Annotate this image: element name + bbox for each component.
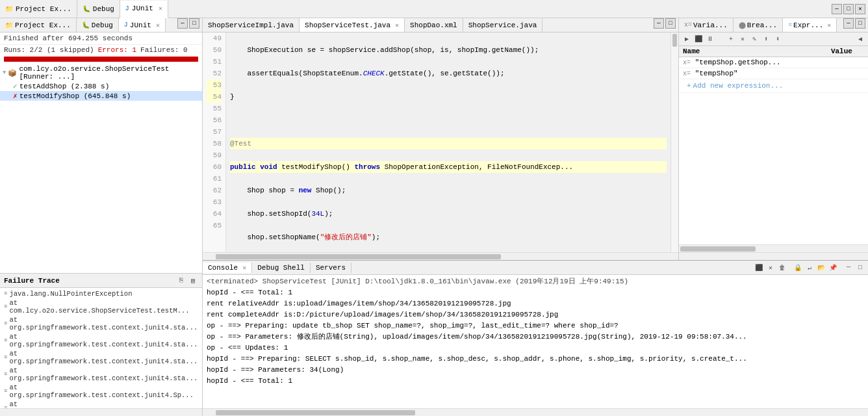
- expr-remove-button[interactable]: ✕: [737, 34, 748, 44]
- close-button[interactable]: ✕: [855, 4, 865, 14]
- failure-line-3[interactable]: ≡ at org.springframework.test.context.ju…: [3, 332, 199, 349]
- add-expression-button[interactable]: + Add new expression...: [683, 81, 864, 91]
- variables-label: Varia...: [693, 21, 728, 29]
- expr-add-button[interactable]: +: [726, 34, 736, 44]
- expressions-hscroll[interactable]: [679, 244, 868, 252]
- expr-row-0[interactable]: x= "tempShop.getShop...: [679, 57, 868, 68]
- code-tab-shopservicetest[interactable]: ShopServiceTest.java ✕: [300, 18, 405, 32]
- code-tab-shopdao[interactable]: ShopDao.xml: [405, 18, 463, 32]
- failure-line-0[interactable]: ≡ java.lang.NullPointerException: [3, 289, 199, 298]
- console-scroll-lock-button[interactable]: 🔒: [793, 263, 803, 273]
- failure-line-1[interactable]: ≡ at com.lcy.o2o.service.ShopServiceTest…: [3, 298, 199, 315]
- add-expression-row[interactable]: + Add new expression...: [679, 79, 868, 93]
- console-hscrollbar[interactable]: [203, 408, 868, 416]
- console-minimize[interactable]: ─: [843, 263, 854, 273]
- tab-debug[interactable]: 🐛 Debug: [77, 0, 120, 18]
- failure-icons: ⎘ ▤: [176, 276, 198, 286]
- code-hscrollbar[interactable]: [203, 252, 678, 260]
- left-junit-icon: J: [124, 21, 128, 29]
- expr-row-1[interactable]: x= "tempShop": [679, 68, 868, 79]
- right-tab-breakpoints[interactable]: ⬤ Brea...: [734, 18, 783, 32]
- left-tab-debug[interactable]: 🐛 Debug: [77, 18, 119, 32]
- failure-line-2[interactable]: ≡ at org.springframework.test.context.ju…: [3, 315, 199, 332]
- right-tab-close[interactable]: ✕: [827, 21, 831, 29]
- code-tab-shopservice[interactable]: ShopService.java: [463, 18, 543, 32]
- left-minimize[interactable]: ─: [177, 18, 188, 29]
- left-panel: 📁 Project Ex... 🐛 Debug J JUnit ✕ ─ □ Fi…: [0, 18, 203, 416]
- expr-down-button[interactable]: ⬇: [772, 34, 783, 44]
- debug-shell-label: Debug Shell: [257, 264, 305, 272]
- expressions-vscroll[interactable]: [679, 252, 868, 260]
- stack-icon-3: ≡: [4, 337, 7, 344]
- code-minimize[interactable]: ─: [654, 18, 664, 29]
- failure-text-6: at org.springframework.test.context.juni…: [9, 384, 198, 399]
- failure-line-7[interactable]: ≡ at org.springframework.test.context.ju…: [3, 400, 199, 408]
- code-tab-label-test: ShopServiceTest.java: [305, 21, 390, 29]
- console-tab-console[interactable]: Console ✕: [203, 263, 252, 273]
- code-tab-shopserviceimpl[interactable]: ShopServiceImpl.java: [203, 18, 300, 32]
- expressions-label: Expr...: [793, 21, 823, 29]
- copy-trace-button[interactable]: ⎘: [176, 276, 186, 286]
- add-expression-icon: +: [687, 82, 691, 90]
- console-stop-button[interactable]: ⬛: [754, 263, 764, 273]
- console-pin-button[interactable]: 📌: [828, 263, 838, 273]
- left-tab-project[interactable]: 📁 Project Ex...: [0, 18, 77, 32]
- test-tree: ▼ 📦 com.lcy.o2o.service.ShopServiceTest …: [0, 63, 202, 273]
- console-remove-button[interactable]: ✕: [765, 263, 776, 273]
- console-close[interactable]: ✕: [242, 264, 246, 272]
- expr-value-1: [827, 68, 868, 79]
- code-editor[interactable]: 49 50 51 52 53 54 55 56 57 58 59 60: [203, 32, 678, 252]
- expr-edit-button[interactable]: ✎: [749, 34, 760, 44]
- failure-line-4[interactable]: ≡ at org.springframework.test.context.ju…: [3, 349, 199, 366]
- breakpoints-prefix-icon: ⬤: [739, 21, 746, 29]
- console-open-button[interactable]: 📂: [816, 263, 826, 273]
- console-content[interactable]: <terminated> ShopServiceTest [JUnit] D:\…: [203, 275, 868, 408]
- status-text: Finished after 694.255 seconds: [4, 34, 133, 42]
- filter-trace-button[interactable]: ▤: [188, 276, 198, 286]
- console-tab-debug-shell[interactable]: Debug Shell: [252, 263, 311, 273]
- code-area: 49 50 51 52 53 54 55 56 57 58 59 60: [203, 32, 678, 260]
- code-vscrollbar[interactable]: [670, 32, 678, 252]
- code-content[interactable]: ShopExecution se = shopService.addShop(s…: [226, 32, 670, 252]
- left-junit-close[interactable]: ✕: [156, 21, 160, 29]
- left-debug-icon: 🐛: [82, 21, 90, 29]
- console-tab-servers[interactable]: Servers: [311, 263, 351, 273]
- left-maximize[interactable]: □: [189, 18, 199, 29]
- failure-line-5[interactable]: ≡ at org.springframework.test.context.ju…: [3, 366, 199, 383]
- console-spacer: [789, 263, 791, 273]
- code-window-controls: ─ □: [654, 18, 678, 32]
- tab-junit[interactable]: J JUnit ✕: [120, 1, 168, 18]
- expr-up-button[interactable]: ⬆: [761, 34, 771, 44]
- console-word-wrap-button[interactable]: ↵: [804, 263, 815, 273]
- tree-test-fail[interactable]: ✗ testModifyShop (645.848 s): [0, 91, 202, 101]
- expr-collapse-button[interactable]: ◀: [855, 34, 865, 44]
- expr-pause-button[interactable]: ⏸: [705, 34, 715, 44]
- console-clear-button[interactable]: 🗑: [777, 263, 787, 273]
- suite-label: com.lcy.o2o.service.ShopServiceTest [Run…: [19, 65, 199, 81]
- console-maximize[interactable]: □: [855, 263, 865, 273]
- left-tab-junit[interactable]: J JUnit ✕: [119, 18, 166, 32]
- junit-icon: J: [125, 5, 129, 12]
- debug-icon: 🐛: [83, 5, 90, 13]
- right-tab-expressions[interactable]: ≈ Expr... ✕: [783, 18, 837, 32]
- failure-line-6[interactable]: ≡ at org.springframework.test.context.ju…: [3, 383, 199, 400]
- right-minimize[interactable]: ─: [843, 18, 854, 29]
- expr-run-button[interactable]: ▶: [682, 34, 692, 44]
- tab-close-junit[interactable]: ✕: [159, 5, 162, 12]
- code-maximize[interactable]: □: [665, 18, 676, 29]
- right-maximize[interactable]: □: [855, 18, 865, 29]
- failure-hscroll[interactable]: [0, 408, 202, 416]
- expressions-scroll[interactable]: Name Value x= "tempShop.getShop...: [679, 46, 868, 244]
- tab-project-explorer[interactable]: 📁 Project Ex...: [0, 0, 77, 18]
- minimize-button[interactable]: ─: [832, 4, 842, 14]
- maximize-button[interactable]: □: [843, 4, 854, 14]
- expr-stop-button[interactable]: ⬛: [693, 34, 704, 44]
- right-tab-variables[interactable]: x= Varia...: [679, 18, 734, 32]
- tree-suite-item[interactable]: ▼ 📦 com.lcy.o2o.service.ShopServiceTest …: [0, 64, 202, 81]
- console-line-3: op - ==> Preparing: update tb_shop SET s…: [207, 320, 864, 332]
- tree-test-pass[interactable]: ✓ testAddShop (2.388 s): [0, 81, 202, 91]
- code-tab-close-test[interactable]: ✕: [395, 21, 399, 29]
- console-line-5: op - <== Updates: 1: [207, 343, 864, 354]
- expr-name-0: x= "tempShop.getShop...: [679, 57, 827, 68]
- stack-icon-4: ≡: [4, 354, 7, 361]
